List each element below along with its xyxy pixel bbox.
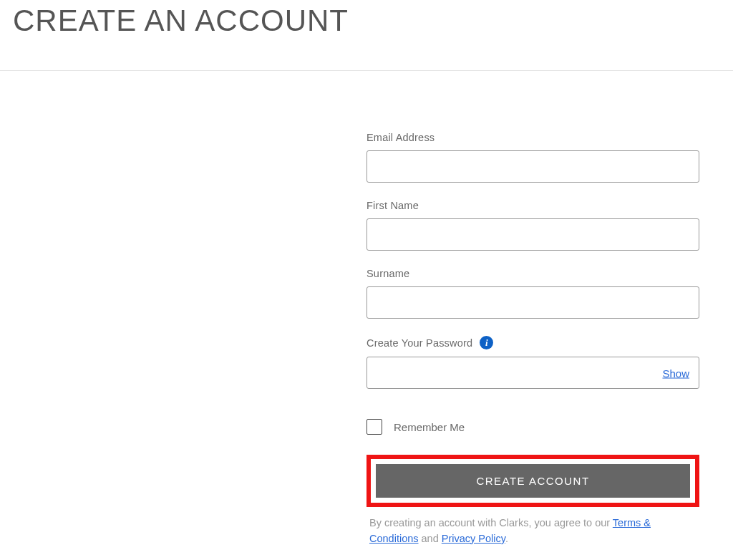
page-title: CREATE AN ACCOUNT <box>0 0 733 70</box>
legal-middle: and <box>419 533 442 544</box>
create-account-form: Email Address First Name Surname Create … <box>366 71 699 547</box>
first-name-label: First Name <box>366 200 699 211</box>
email-input[interactable] <box>366 150 699 183</box>
password-input[interactable] <box>366 357 699 389</box>
info-icon[interactable]: i <box>480 336 493 349</box>
legal-suffix: . <box>505 533 508 544</box>
remember-me-row: Remember Me <box>366 419 699 435</box>
surname-field-group: Surname <box>366 268 699 319</box>
create-account-button[interactable]: CREATE ACCOUNT <box>376 464 690 498</box>
legal-text: By creating an account with Clarks, you … <box>366 516 699 547</box>
privacy-policy-link[interactable]: Privacy Policy <box>442 533 505 544</box>
password-label: Create Your Password <box>366 337 472 349</box>
first-name-field-group: First Name <box>366 200 699 251</box>
first-name-input[interactable] <box>366 218 699 251</box>
email-field-group: Email Address <box>366 132 699 183</box>
email-label: Email Address <box>366 132 699 143</box>
surname-input[interactable] <box>366 286 699 319</box>
remember-me-checkbox[interactable] <box>366 419 382 435</box>
remember-me-label: Remember Me <box>394 421 465 433</box>
submit-highlight-box: CREATE ACCOUNT <box>366 455 699 507</box>
surname-label: Surname <box>366 268 699 279</box>
password-field-group: Create Your Password i Show <box>366 336 699 389</box>
legal-prefix: By creating an account with Clarks, you … <box>369 517 613 528</box>
show-password-toggle[interactable]: Show <box>662 367 689 379</box>
